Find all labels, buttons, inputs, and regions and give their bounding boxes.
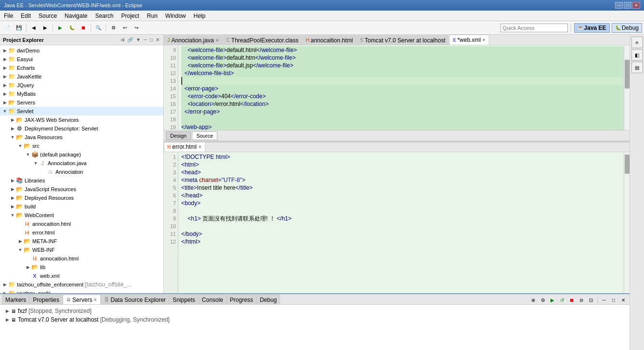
close-view-button[interactable]: ✕	[155, 37, 161, 43]
tab-web-xml[interactable]: X *web.xml ✕	[449, 35, 489, 45]
close-servers-tab[interactable]: ✕	[94, 298, 97, 302]
back-button[interactable]: ◀	[28, 23, 39, 33]
tab-annociation-java[interactable]: J Annociation.java ✕	[164, 35, 223, 45]
tab-debug-bottom[interactable]: Debug	[256, 295, 280, 304]
tree-item-Servlet[interactable]: ▼ 📁 Servlet	[0, 107, 163, 116]
tree-item-Echarts[interactable]: ▶ 📁 Echarts	[0, 64, 163, 72]
maximize-button[interactable]: □	[624, 2, 631, 9]
tree-item-js-resources[interactable]: ▶ 📂 JavaScript Resources	[0, 185, 163, 194]
tree-item-deployment[interactable]: ▶ ⚙ Deployment Descriptor: Servlet	[0, 124, 163, 133]
quick-access-input[interactable]	[500, 24, 568, 32]
menu-navigate[interactable]: Navigate	[61, 11, 91, 21]
start-server-button[interactable]: ▶	[548, 296, 557, 304]
tree-item-annocaition-html[interactable]: H annocaition.html	[0, 220, 163, 228]
tab-tomcat[interactable]: S Tomcat v7.0 Server at localhost	[357, 35, 449, 45]
server-settings-button[interactable]: ⚙	[538, 296, 547, 304]
tree-item-jaxws[interactable]: ▶ 📂 JAX-WS Web Services	[0, 116, 163, 124]
right-panel-btn-2[interactable]: ◧	[631, 49, 643, 61]
tab-properties[interactable]: Properties	[29, 295, 63, 304]
new-server-button[interactable]: ⊕	[529, 296, 537, 304]
folder-icon-js: 📂	[15, 185, 23, 193]
close-web-xml-tab[interactable]: ✕	[482, 38, 486, 42]
tree-item-Servers[interactable]: ▶ 📂 Servers	[0, 98, 163, 107]
menu-project[interactable]: Project	[117, 11, 143, 21]
tab-console[interactable]: Console	[199, 295, 227, 304]
save-button[interactable]: 💾	[13, 23, 24, 33]
search-button[interactable]: 🔍	[93, 23, 104, 33]
close-button[interactable]: ✕	[632, 2, 640, 9]
tree-item-web-xml[interactable]: X web.xml	[0, 272, 163, 280]
design-tab[interactable]: Design	[166, 131, 191, 140]
tree-item-JavaKettle[interactable]: ▶ 📁 JavaKettle	[0, 72, 163, 81]
bottom-scrollbar-thumb[interactable]	[625, 155, 630, 174]
tree-item-dwrDemo[interactable]: ▶ 📁 dwrDemo	[0, 46, 163, 55]
tree-item-libraries[interactable]: ▶ 📚 Libraries	[0, 176, 163, 185]
tree-item-build[interactable]: ▶ 📂 build	[0, 202, 163, 211]
tree-item-annociation-java[interactable]: ▼ J Annociation.java	[0, 159, 163, 168]
menu-window[interactable]: Window	[161, 11, 190, 21]
tab-threadpool[interactable]: C ThreadPoolExecutor.class	[223, 35, 302, 45]
restart-server-button[interactable]: ↺	[558, 296, 566, 304]
publish-button[interactable]: ⊡	[587, 296, 595, 304]
minimize-button[interactable]: ─	[615, 2, 623, 9]
collapse-all-button[interactable]: ⇉	[120, 37, 125, 43]
menu-run[interactable]: Run	[143, 11, 161, 21]
new-button[interactable]: 📄	[2, 23, 13, 33]
tree-item-web-inf[interactable]: ▼ 📂 WEB-INF	[0, 246, 163, 254]
close-error-html-tab[interactable]: ✕	[198, 144, 202, 149]
close-bottom-button[interactable]: ✕	[619, 296, 628, 304]
top-scrollbar-thumb[interactable]	[625, 60, 630, 89]
tree-item-deployed[interactable]: ▶ 📂 Deployed Resources	[0, 194, 163, 202]
run-button[interactable]: ▶	[55, 23, 66, 33]
menu-edit[interactable]: Edit	[17, 11, 35, 21]
server-item-tomcat7[interactable]: ▶ 🖥 Tomcat v7.0 Server at localhost [Deb…	[4, 315, 626, 324]
menu-source[interactable]: Source	[35, 11, 61, 21]
tree-item-JQuery[interactable]: ▶ 📁 JQuery	[0, 81, 163, 90]
tree-item-taizhou[interactable]: ▶ 📁 taizhou_offsite_enforcement [taizhou…	[0, 280, 163, 289]
toolbar-btn-3[interactable]: ↪	[131, 23, 142, 33]
tab-markers[interactable]: Markers	[2, 295, 29, 304]
tree-item-webinf-annocaition[interactable]: H annocaition.html	[0, 254, 163, 263]
disconnect-server-button[interactable]: ⊘	[577, 296, 586, 304]
tree-item-MyBatis[interactable]: ▶ 📁 MyBatis	[0, 90, 163, 98]
tree-item-error-html[interactable]: H error.html	[0, 228, 163, 237]
forward-button[interactable]: ▶	[40, 23, 51, 33]
outline-button[interactable]: ≡	[631, 37, 643, 48]
menu-help[interactable]: Help	[190, 11, 210, 21]
code-lines-top[interactable]: <welcome-file>default.html</welcome-file…	[178, 45, 630, 130]
tab-datasource[interactable]: 🗄 Data Source Explorer	[101, 295, 169, 304]
minimize-view-button[interactable]: ─	[143, 37, 148, 43]
tab-progress[interactable]: Progress	[227, 295, 256, 304]
stop-server-button[interactable]: ⏹	[567, 296, 576, 304]
tree-item-lib[interactable]: ▶ 📂 lib	[0, 263, 163, 272]
java-ee-perspective[interactable]: ☕ Java EE	[574, 23, 610, 33]
maximize-view-button[interactable]: □	[149, 37, 154, 43]
tree-item-webcontent[interactable]: ▼ 📂 WebContent	[0, 211, 163, 220]
menu-search[interactable]: Search	[91, 11, 117, 21]
toolbar-btn-1[interactable]: ⚙	[108, 23, 119, 33]
tree-item-src[interactable]: ▼ 📂 src	[0, 142, 163, 150]
sidebar-menu-button[interactable]: ▼	[135, 37, 142, 43]
maximize-bottom-button[interactable]: □	[609, 296, 618, 304]
minimize-bottom-button[interactable]: ─	[600, 296, 608, 304]
debug-button[interactable]: 🐛	[67, 23, 77, 33]
server-item-fxzf[interactable]: ▶ 🖥 fxzf [Stopped, Synchronized]	[4, 307, 626, 315]
tab-error-html[interactable]: H error.html ✕	[164, 143, 205, 152]
right-panel-btn-3[interactable]: ▤	[631, 62, 643, 73]
tab-snippets[interactable]: Snippets	[169, 295, 199, 304]
tree-item-Easyui[interactable]: ▶ 📁 Easyui	[0, 55, 163, 64]
menu-file[interactable]: File	[0, 11, 17, 21]
toolbar-btn-2[interactable]: ↩	[120, 23, 130, 33]
tab-servers[interactable]: 🖥 Servers ✕	[63, 295, 101, 304]
tree-item-java-resources[interactable]: ▼ 📂 Java Resources	[0, 133, 163, 142]
tab-annocaition-html[interactable]: H annocaition.html	[302, 35, 356, 45]
tree-item-annociation-class[interactable]: ⊙ Annociation	[0, 168, 163, 176]
tree-item-meta-inf[interactable]: ▶ 📂 META-INF	[0, 237, 163, 246]
tree-item-default-package[interactable]: ▼ 📦 (default package)	[0, 150, 163, 159]
close-annociation-tab[interactable]: ✕	[215, 38, 219, 43]
debug-perspective[interactable]: 🐛 Debug	[612, 23, 642, 33]
source-tab[interactable]: Source	[192, 131, 217, 140]
top-editor-scrollbar[interactable]	[624, 45, 630, 130]
stop-button[interactable]: ⏹	[78, 23, 89, 33]
link-editor-button[interactable]: 🔗	[126, 37, 134, 43]
